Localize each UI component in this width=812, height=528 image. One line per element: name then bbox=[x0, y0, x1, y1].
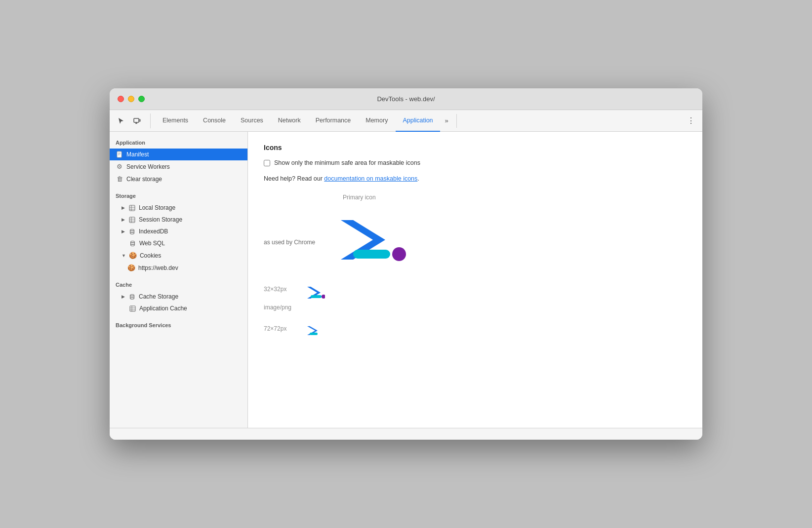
expand-triangle-down-icon: ▼ bbox=[122, 253, 126, 258]
maskable-icons-checkbox[interactable] bbox=[264, 160, 270, 166]
svg-rect-12 bbox=[129, 217, 135, 223]
svg-point-24 bbox=[130, 244, 134, 246]
expand-triangle-icon: ▶ bbox=[122, 205, 125, 210]
svg-point-29 bbox=[130, 298, 134, 299]
sidebar-item-cookies-label: Cookies bbox=[140, 252, 161, 259]
sidebar-item-local-storage[interactable]: ▶ Local Storage bbox=[110, 202, 247, 214]
table-icon bbox=[128, 205, 136, 211]
window-title: DevTools - web.dev/ bbox=[377, 95, 435, 103]
sidebar-item-app-cache-label: Application Cache bbox=[139, 305, 187, 312]
tab-console[interactable]: Console bbox=[196, 110, 233, 132]
sidebar-item-web-sql[interactable]: Web SQL bbox=[110, 237, 247, 249]
svg-rect-39 bbox=[311, 295, 322, 298]
main-area: Application Manifest ⚙ Service Workers bbox=[110, 132, 702, 428]
sidebar-item-session-storage[interactable]: ▶ Session Storage bbox=[110, 214, 247, 226]
svg-point-37 bbox=[392, 247, 406, 261]
sidebar-item-cache-storage[interactable]: ▶ Cache Storage bbox=[110, 291, 247, 302]
cursor-icon[interactable] bbox=[114, 113, 128, 128]
expand-triangle-icon: ▶ bbox=[122, 294, 125, 299]
cookie-icon: 🍪 bbox=[129, 252, 137, 259]
primary-icon-svg bbox=[331, 213, 410, 272]
sidebar-item-clear-storage[interactable]: 🗑 Clear storage bbox=[110, 173, 247, 185]
maskable-icons-label[interactable]: Show only the minimum safe area for mask… bbox=[274, 159, 420, 166]
svg-rect-31 bbox=[130, 306, 135, 311]
sidebar-item-indexeddb-label: IndexedDB bbox=[139, 228, 168, 235]
primary-icon-display bbox=[331, 213, 410, 272]
svg-point-40 bbox=[322, 295, 325, 299]
maximize-button[interactable] bbox=[138, 96, 145, 102]
toolbar-icons bbox=[114, 113, 151, 128]
sidebar-section-background-services: Background Services bbox=[110, 314, 247, 331]
tab-network[interactable]: Network bbox=[271, 110, 308, 132]
devtools-window: DevTools - web.dev/ Elements Console Sou… bbox=[110, 88, 702, 440]
sidebar-section-cache: Cache bbox=[110, 274, 247, 291]
svg-point-25 bbox=[130, 243, 134, 244]
help-text-prefix: Need help? Read our bbox=[264, 175, 324, 182]
tab-overflow-button[interactable]: » bbox=[441, 110, 452, 132]
expand-triangle-icon: ▶ bbox=[122, 217, 125, 222]
sidebar-item-cache-storage-label: Cache Storage bbox=[139, 293, 178, 300]
sidebar-item-app-cache[interactable]: Application Cache bbox=[110, 302, 247, 314]
sidebar-item-web-sql-label: Web SQL bbox=[139, 240, 165, 247]
section-title: Icons bbox=[264, 144, 687, 151]
tab-memory[interactable]: Memory bbox=[359, 110, 395, 132]
sidebar-item-manifest-label: Manifest bbox=[126, 151, 149, 158]
primary-icon-row: as used by Chrome bbox=[264, 213, 687, 272]
devtools-menu-button[interactable]: ⋮ bbox=[684, 113, 698, 128]
sidebar-item-clear-storage-label: Clear storage bbox=[126, 176, 162, 183]
tab-elements[interactable]: Elements bbox=[156, 110, 195, 132]
svg-point-30 bbox=[130, 296, 134, 298]
minimize-button[interactable] bbox=[128, 96, 134, 102]
status-bar bbox=[110, 428, 702, 440]
type-32-label: image/png bbox=[264, 302, 687, 311]
sidebar-item-cookies-webdev-label: https://web.dev bbox=[138, 264, 178, 271]
cylinder-icon bbox=[128, 228, 136, 235]
trash-icon: 🗑 bbox=[116, 175, 123, 183]
svg-point-26 bbox=[130, 294, 134, 296]
size-32-label: 32×32px bbox=[264, 286, 298, 293]
tab-application[interactable]: Application bbox=[396, 110, 440, 132]
size-72-label: 72×72px bbox=[264, 325, 298, 332]
primary-icon-chrome-label: as used by Chrome bbox=[264, 239, 323, 246]
sidebar-item-cookies-webdev[interactable]: 🍪 https://web.dev bbox=[110, 262, 247, 274]
sidebar: Application Manifest ⚙ Service Workers bbox=[110, 132, 248, 428]
file-icon bbox=[116, 151, 123, 158]
gear-icon: ⚙ bbox=[116, 163, 123, 170]
tab-performance[interactable]: Performance bbox=[309, 110, 358, 132]
svg-rect-1 bbox=[139, 119, 140, 121]
svg-point-20 bbox=[130, 231, 134, 232]
size-32-icon bbox=[306, 286, 325, 302]
sidebar-item-service-workers-label: Service Workers bbox=[126, 163, 170, 170]
svg-rect-42 bbox=[310, 333, 318, 335]
sidebar-item-manifest[interactable]: Manifest bbox=[110, 149, 247, 160]
svg-rect-36 bbox=[353, 250, 390, 259]
device-icon[interactable] bbox=[129, 113, 144, 128]
cylinder-icon bbox=[128, 240, 136, 247]
svg-rect-8 bbox=[129, 205, 135, 211]
svg-point-16 bbox=[130, 229, 134, 230]
close-button[interactable] bbox=[118, 96, 124, 102]
svg-rect-4 bbox=[117, 151, 122, 157]
table-icon bbox=[128, 217, 136, 223]
icon-preview-area: Primary icon as used by Chrome bbox=[264, 194, 687, 338]
help-link[interactable]: documentation on maskable icons bbox=[324, 175, 417, 182]
expand-triangle-icon: ▶ bbox=[122, 229, 125, 234]
svg-rect-0 bbox=[134, 118, 139, 122]
toolbar-divider bbox=[456, 114, 457, 128]
sidebar-item-cookies[interactable]: ▼ 🍪 Cookies bbox=[110, 249, 247, 262]
size-32-section: 32×32px image/png bbox=[264, 284, 687, 311]
help-text: Need help? Read our documentation on mas… bbox=[264, 175, 687, 182]
svg-point-21 bbox=[130, 241, 134, 242]
sidebar-item-service-workers[interactable]: ⚙ Service Workers bbox=[110, 160, 247, 173]
titlebar: DevTools - web.dev/ bbox=[110, 88, 702, 110]
table-icon bbox=[128, 305, 136, 312]
size-32-row: 32×32px bbox=[264, 286, 687, 302]
size-72-icon bbox=[306, 325, 321, 338]
traffic-lights bbox=[118, 96, 145, 102]
primary-icon-label: Primary icon bbox=[343, 194, 687, 201]
size-72-row: 72×72px bbox=[264, 325, 687, 338]
cylinder-icon bbox=[128, 294, 136, 300]
sidebar-item-indexeddb[interactable]: ▶ IndexedDB bbox=[110, 226, 247, 237]
sidebar-section-storage: Storage bbox=[110, 185, 247, 202]
tab-sources[interactable]: Sources bbox=[234, 110, 270, 132]
